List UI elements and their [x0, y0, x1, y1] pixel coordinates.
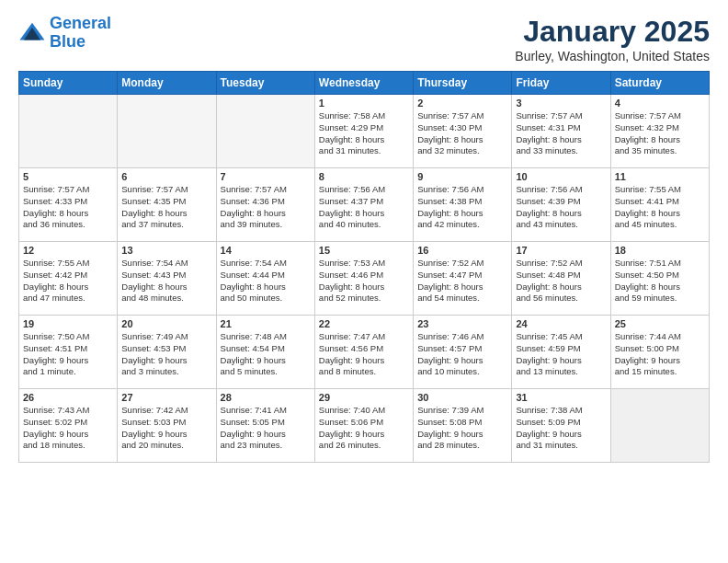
day-number: 30: [417, 392, 507, 403]
cell-content: and 23 minutes.: [221, 440, 311, 452]
calendar-cell: 30Sunrise: 7:39 AMSunset: 5:08 PMDayligh…: [414, 389, 512, 463]
calendar-cell: 23Sunrise: 7:46 AMSunset: 4:57 PMDayligh…: [414, 316, 512, 389]
cell-content: Sunrise: 7:46 AM: [417, 331, 507, 343]
logo: General Blue: [18, 15, 111, 52]
col-header-sunday: Sunday: [19, 72, 118, 95]
calendar-cell: 7Sunrise: 7:57 AMSunset: 4:36 PMDaylight…: [216, 168, 314, 242]
cell-content: Sunset: 4:48 PM: [516, 270, 606, 282]
cell-content: Sunset: 4:42 PM: [23, 270, 113, 282]
day-number: 20: [121, 318, 211, 329]
calendar-cell: 5Sunrise: 7:57 AMSunset: 4:33 PMDaylight…: [19, 168, 118, 242]
cell-content: Sunrise: 7:56 AM: [516, 184, 606, 196]
cell-content: and 8 minutes.: [319, 366, 409, 378]
day-number: 14: [221, 245, 311, 256]
calendar-cell: 10Sunrise: 7:56 AMSunset: 4:39 PMDayligh…: [512, 168, 610, 242]
week-row-2: 5Sunrise: 7:57 AMSunset: 4:33 PMDaylight…: [19, 168, 710, 242]
day-number: 23: [417, 318, 507, 329]
calendar-cell: 19Sunrise: 7:50 AMSunset: 4:51 PMDayligh…: [19, 316, 118, 389]
cell-content: Daylight: 8 hours: [23, 282, 113, 293]
cell-content: Sunrise: 7:50 AM: [23, 331, 113, 343]
cell-content: Sunset: 4:29 PM: [319, 122, 409, 134]
logo-blue: Blue: [50, 32, 85, 51]
cell-content: Sunset: 4:46 PM: [319, 270, 409, 282]
page-container: General Blue January 2025 Burley, Washin…: [0, 0, 728, 472]
cell-content: Sunset: 4:39 PM: [516, 196, 606, 208]
cell-content: Daylight: 8 hours: [221, 282, 311, 293]
cell-content: Sunset: 4:31 PM: [516, 122, 606, 134]
cell-content: Sunset: 4:41 PM: [615, 196, 705, 208]
cell-content: Sunset: 5:08 PM: [417, 417, 507, 429]
cell-content: Daylight: 9 hours: [121, 355, 211, 367]
cell-content: Sunrise: 7:47 AM: [319, 331, 409, 343]
col-header-friday: Friday: [512, 72, 610, 95]
cell-content: Sunrise: 7:57 AM: [23, 184, 113, 196]
cell-content: Sunset: 4:53 PM: [121, 343, 211, 355]
day-number: 28: [221, 392, 311, 403]
cell-content: Daylight: 8 hours: [615, 208, 705, 220]
cell-content: and 3 minutes.: [121, 366, 211, 378]
cell-content: Sunrise: 7:57 AM: [417, 110, 507, 122]
col-header-monday: Monday: [118, 72, 216, 95]
cell-content: Sunset: 5:05 PM: [221, 417, 311, 429]
calendar-cell: 17Sunrise: 7:52 AMSunset: 4:48 PMDayligh…: [512, 242, 610, 316]
logo-general: General: [50, 14, 111, 32]
day-number: 1: [319, 98, 409, 109]
day-number: 7: [221, 171, 311, 182]
calendar-cell: 26Sunrise: 7:43 AMSunset: 5:02 PMDayligh…: [19, 389, 118, 463]
calendar-cell: [19, 95, 118, 168]
col-header-tuesday: Tuesday: [216, 72, 314, 95]
cell-content: and 36 minutes.: [23, 219, 113, 231]
cell-content: Sunset: 5:09 PM: [516, 417, 606, 429]
day-number: 3: [516, 98, 606, 109]
cell-content: Sunrise: 7:39 AM: [417, 405, 507, 417]
cell-content: Sunset: 4:51 PM: [23, 343, 113, 355]
cell-content: and 54 minutes.: [417, 293, 507, 304]
day-number: 26: [23, 392, 113, 403]
logo-text: General Blue: [50, 15, 111, 52]
calendar-cell: 14Sunrise: 7:54 AMSunset: 4:44 PMDayligh…: [216, 242, 314, 316]
cell-content: Sunset: 4:37 PM: [319, 196, 409, 208]
cell-content: Sunset: 4:35 PM: [121, 196, 211, 208]
cell-content: Sunset: 4:43 PM: [121, 270, 211, 282]
cell-content: Daylight: 9 hours: [319, 355, 409, 367]
cell-content: Sunrise: 7:43 AM: [23, 405, 113, 417]
cell-content: and 40 minutes.: [319, 219, 409, 231]
calendar-cell: 3Sunrise: 7:57 AMSunset: 4:31 PMDaylight…: [512, 95, 610, 168]
cell-content: and 28 minutes.: [417, 440, 507, 452]
cell-content: Sunrise: 7:56 AM: [417, 184, 507, 196]
week-row-5: 26Sunrise: 7:43 AMSunset: 5:02 PMDayligh…: [19, 389, 710, 463]
cell-content: and 20 minutes.: [121, 440, 211, 452]
cell-content: and 1 minute.: [23, 366, 113, 378]
cell-content: Sunrise: 7:52 AM: [516, 258, 606, 270]
week-row-3: 12Sunrise: 7:55 AMSunset: 4:42 PMDayligh…: [19, 242, 710, 316]
cell-content: and 47 minutes.: [23, 293, 113, 304]
title-block: January 2025 Burley, Washington, United …: [515, 15, 710, 63]
header-row: SundayMondayTuesdayWednesdayThursdayFrid…: [19, 72, 710, 95]
cell-content: Daylight: 9 hours: [417, 355, 507, 367]
cell-content: Sunrise: 7:41 AM: [221, 405, 311, 417]
calendar-cell: 6Sunrise: 7:57 AMSunset: 4:35 PMDaylight…: [118, 168, 216, 242]
calendar-cell: 25Sunrise: 7:44 AMSunset: 5:00 PMDayligh…: [610, 316, 709, 389]
cell-content: Daylight: 8 hours: [516, 282, 606, 293]
calendar-cell: 13Sunrise: 7:54 AMSunset: 4:43 PMDayligh…: [118, 242, 216, 316]
day-number: 6: [121, 171, 211, 182]
cell-content: Sunset: 4:30 PM: [417, 122, 507, 134]
calendar-cell: 4Sunrise: 7:57 AMSunset: 4:32 PMDaylight…: [610, 95, 709, 168]
calendar-cell: 9Sunrise: 7:56 AMSunset: 4:38 PMDaylight…: [414, 168, 512, 242]
cell-content: Sunrise: 7:56 AM: [319, 184, 409, 196]
day-number: 27: [121, 392, 211, 403]
cell-content: Sunset: 5:03 PM: [121, 417, 211, 429]
day-number: 21: [221, 318, 311, 329]
day-number: 15: [319, 245, 409, 256]
calendar-cell: 20Sunrise: 7:49 AMSunset: 4:53 PMDayligh…: [118, 316, 216, 389]
day-number: 31: [516, 392, 606, 403]
week-row-4: 19Sunrise: 7:50 AMSunset: 4:51 PMDayligh…: [19, 316, 710, 389]
cell-content: Daylight: 8 hours: [417, 208, 507, 220]
cell-content: Daylight: 9 hours: [221, 355, 311, 367]
cell-content: and 43 minutes.: [516, 219, 606, 231]
calendar-cell: 21Sunrise: 7:48 AMSunset: 4:54 PMDayligh…: [216, 316, 314, 389]
day-number: 11: [615, 171, 705, 182]
calendar-cell: 27Sunrise: 7:42 AMSunset: 5:03 PMDayligh…: [118, 389, 216, 463]
cell-content: Daylight: 8 hours: [516, 208, 606, 220]
cell-content: and 10 minutes.: [417, 366, 507, 378]
